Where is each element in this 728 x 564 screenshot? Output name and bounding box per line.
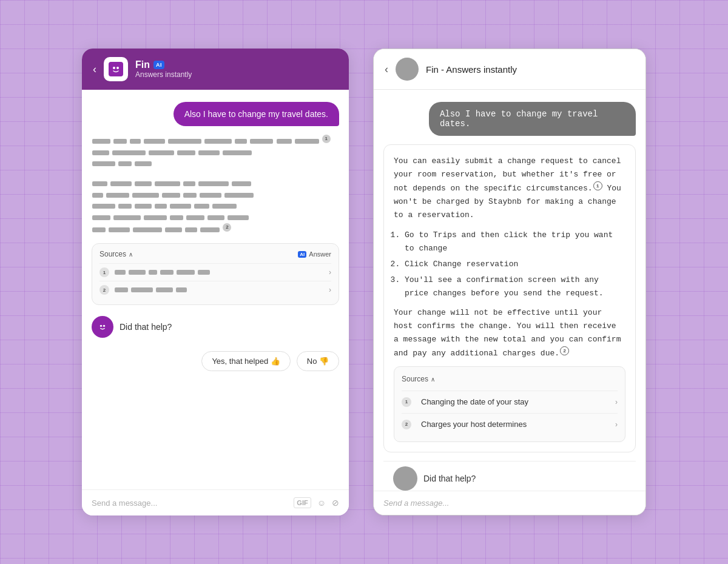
right-did-help-text: Did that help? (423, 474, 476, 483)
left-footer-icons: GIF ☺ ⊘ (294, 497, 339, 508)
right-did-help-row: Did that help? (383, 461, 636, 491)
right-sources-section: Sources ∧ 1 Changing the date of your st… (394, 366, 625, 442)
left-source-2-chevron: › (329, 286, 331, 294)
left-footer: Send a message... GIF ☺ ⊘ (82, 489, 349, 515)
left-sources-header: Sources ∧ AI Answer (99, 250, 331, 258)
left-source-num-1: 1 (99, 267, 109, 277)
right-header: ‹ Fin - Answers instantly (374, 49, 645, 90)
attach-button[interactable]: ⊘ (332, 498, 339, 508)
svg-point-1 (113, 67, 115, 69)
left-agent-name: Fin (135, 59, 150, 70)
left-did-help-text: Did that help? (120, 322, 172, 332)
right-answer-list: Go to Trips and then click the trip you … (394, 229, 625, 300)
left-source-item-2[interactable]: 2 › (99, 281, 331, 298)
right-sources-label: Sources ∧ (402, 373, 435, 385)
right-sup-2: 2 (560, 346, 569, 355)
left-body: Also I have to change my travel dates. 1 (82, 90, 349, 489)
right-source-text-2: Charges your host determines (421, 418, 527, 431)
svg-point-3 (100, 325, 102, 327)
left-sources-chevron[interactable]: ∧ (129, 251, 133, 258)
left-source-num-2: 2 (99, 285, 109, 295)
left-did-help-row: Did that help? (92, 314, 339, 340)
right-answer-para2: Your change will not be effective until … (394, 306, 625, 360)
right-input-placeholder[interactable]: Send a message... (383, 499, 449, 508)
right-source-text-1: Changing the date of your stay (421, 395, 528, 409)
left-user-message: Also I have to change my travel dates. (174, 102, 339, 126)
left-subtitle: Answers instantly (135, 70, 338, 79)
right-bot-avatar (393, 466, 417, 491)
right-sources-header: Sources ∧ (402, 373, 618, 385)
left-bot-response-1: 1 (92, 135, 339, 169)
left-sources-label: Sources ∧ (99, 250, 133, 258)
right-list-item-2: Click Change reservation (405, 258, 625, 271)
emoji-button[interactable]: ☺ (317, 498, 326, 508)
right-sources-chevron[interactable]: ∧ (431, 374, 435, 384)
right-agent-avatar (396, 58, 419, 81)
right-sup-1: 1 (593, 181, 602, 190)
left-back-button[interactable]: ‹ (93, 63, 96, 76)
gif-button[interactable]: GIF (294, 497, 311, 508)
left-source-text-1 (114, 269, 329, 276)
left-chat-panel: ‹ Fin AI Answers instantly Also I have t… (82, 49, 349, 515)
left-yes-button[interactable]: Yes, that helped 👍 (201, 351, 290, 371)
fin-logo (104, 57, 128, 81)
left-source-text-2 (114, 286, 329, 294)
right-source-1-chevron: › (615, 396, 618, 408)
svg-point-4 (103, 325, 105, 327)
left-source-1-chevron: › (329, 268, 331, 277)
right-back-button[interactable]: ‹ (385, 63, 388, 76)
right-answer-para1: You can easily submit a change request t… (394, 155, 625, 223)
left-ai-badge: AI (153, 61, 164, 69)
right-header-title: Fin - Answers instantly (426, 64, 517, 75)
right-user-message: Also I have to change my travel dates. (429, 102, 636, 136)
left-ai-answer: AI Answer (298, 250, 331, 258)
right-source-item-1[interactable]: 1 Changing the date of your stay › (402, 391, 618, 413)
right-body: Also I have to change my travel dates. Y… (374, 90, 645, 491)
svg-point-2 (116, 67, 119, 69)
left-header-text: Fin AI Answers instantly (135, 59, 338, 79)
left-header: ‹ Fin AI Answers instantly (82, 49, 349, 90)
left-sources-section: Sources ∧ AI Answer 1 › (92, 243, 339, 305)
left-input-placeholder[interactable]: Send a message... (92, 499, 288, 508)
right-list-item-1: Go to Trips and then click the trip you … (405, 229, 625, 255)
right-source-num-1: 1 (402, 397, 411, 407)
right-source-item-2[interactable]: 2 Charges your host determines › (402, 413, 618, 435)
left-source-item-1[interactable]: 1 › (99, 263, 331, 281)
right-footer: Send a message... (374, 491, 645, 515)
right-bot-answer-box: You can easily submit a change request t… (383, 144, 636, 452)
left-bot-response-2: 2 (92, 178, 339, 235)
left-ai-small-badge: AI (298, 251, 306, 258)
right-list-item-3: You'll see a confirmation screen with an… (405, 274, 625, 300)
left-no-button[interactable]: No 👎 (297, 351, 339, 371)
left-yes-no-row: Yes, that helped 👍 No 👎 (92, 349, 339, 376)
left-bot-avatar (92, 316, 113, 338)
right-source-num-2: 2 (402, 420, 411, 429)
svg-rect-0 (109, 62, 123, 76)
right-chat-panel: ‹ Fin - Answers instantly Also I have to… (373, 49, 646, 515)
right-source-2-chevron: › (615, 418, 618, 431)
